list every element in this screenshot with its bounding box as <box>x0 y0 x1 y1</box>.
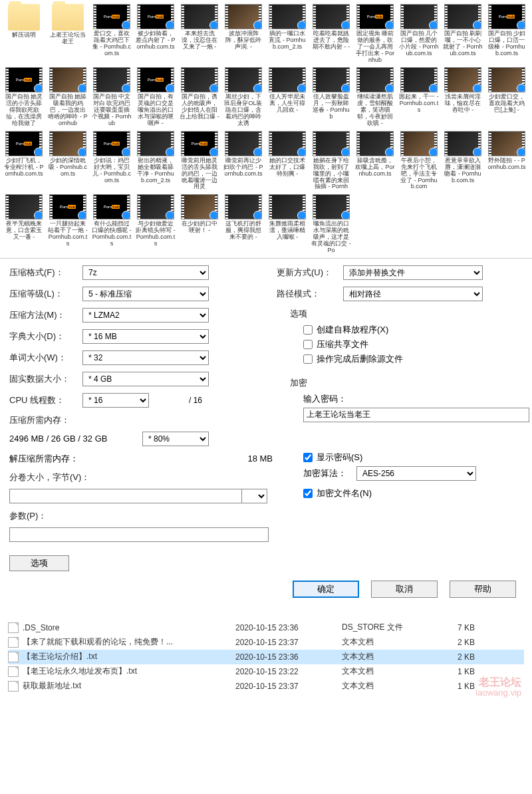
video-item[interactable]: 这飞机打的舒服，爽得我想来不要的 - <box>222 193 265 255</box>
dict-select[interactable]: * 16 MB <box>82 329 209 344</box>
video-item[interactable]: 在少妇的口中哽射！ - <box>178 193 221 255</box>
file-size: 1 KB <box>435 667 475 676</box>
showpwd-checkbox[interactable] <box>303 453 313 462</box>
split-drop[interactable] <box>242 489 267 503</box>
help-button[interactable]: 帮助 <box>450 581 516 598</box>
sfx-checkbox-row[interactable]: 创建自释放程序(X) <box>303 324 523 336</box>
play-badge-icon <box>429 21 438 29</box>
method-select[interactable]: * LZMA2 <box>82 308 209 323</box>
video-thumb: Pornhub <box>93 131 130 156</box>
param-input[interactable] <box>9 527 269 542</box>
video-item[interactable]: Pornhub少妇打飞机，专业榨汁机 - Pornhub.com.ts <box>3 130 45 192</box>
video-item[interactable]: Pornhub被少妇骑着，差点内射了 - Pornhub.com.ts <box>134 3 177 65</box>
video-item[interactable]: 午夜后小憩，先来打个飞机吧，手法主专业了 - Pornhub.com <box>398 130 440 192</box>
video-item[interactable]: 嘴角流出的口水与深黑的吮吸声，这才是有灵魂的口交 - Po <box>310 193 352 255</box>
folder-item[interactable]: 解压说明 <box>3 3 45 65</box>
video-item[interactable]: 继续读潇然肌虔，雪郁醒酸素，笑语嗔郁，今夜妙回吹嗔 - <box>354 66 396 128</box>
file-label: 少妇的深情吮吸 - Pornhub.com.ts <box>48 158 88 178</box>
video-item[interactable]: Pornhub国产自拍，有灵魂的口交是嘴角溢出的口水与深喉的哽咽声 - <box>134 66 177 128</box>
file-list-row[interactable]: .DS_Store2020-10-15 23:36DS_STORE 文件7 KB <box>8 620 524 635</box>
path-select[interactable]: 相对路径 <box>343 287 483 301</box>
video-item[interactable]: Pornhub睡觉前用她灵活的舌头舔我的鸡巴，一边吮着嘴涛一边用灵 <box>178 130 221 192</box>
cpu-select[interactable]: * 16 <box>82 393 149 408</box>
video-item[interactable]: 波放冲浪阵阵，酥穿低吟声润. - <box>222 3 265 65</box>
video-item[interactable]: 射出的精液，她全都吸着舔干净 - Pornhub.com_2.ts <box>134 130 177 192</box>
play-badge-icon <box>122 148 130 156</box>
share-checkbox-row[interactable]: 压缩共享文件 <box>303 338 523 350</box>
showpwd-checkbox-row[interactable]: 显示密码(S) <box>303 452 523 463</box>
video-item[interactable]: 朱唇掀雨柔相濡，垂涵唾精入嘴喉 - <box>266 193 309 255</box>
video-item[interactable]: 少妇爱口交，喜欢跪着大鸡巴[上集] - <box>485 66 528 128</box>
encnames-checkbox-row[interactable]: 加密文件名(N) <box>303 487 523 499</box>
video-item[interactable]: Pornhub固定视角 睡前做的服务，吹了一会儿再用手打出来 - Pornhub <box>354 3 396 65</box>
video-item[interactable]: 舔吸含吮撸，欢嘴上高，Pornhub.com.ts <box>354 130 396 192</box>
video-thumb: Pornhub <box>181 131 218 156</box>
cancel-button[interactable]: 取消 <box>371 581 438 598</box>
level-select[interactable]: 5 - 标准压缩 <box>82 287 209 301</box>
video-item[interactable]: 夜半无眠晚来意，口含索玉又一番 - <box>3 193 45 255</box>
file-list-row[interactable]: 【老王论坛永久地址发布页】.txt2020-10-15 23:22文本文档1 K… <box>8 664 524 679</box>
video-item[interactable]: 本来想去洗澡，没忍住在又来了一炮 - <box>178 3 221 65</box>
video-item[interactable]: Pornhub爱口交，喜欢跪着大鸡巴下集 - Pornhub.com.ts <box>90 3 133 65</box>
video-thumb <box>137 194 174 219</box>
update-select[interactable]: 添加并替换文件 <box>343 265 483 280</box>
play-badge-icon <box>209 84 218 92</box>
file-label: 插的一嘴口水直流 - Pornhub.com_2.ts <box>267 31 307 51</box>
word-select[interactable]: * 32 <box>82 350 209 365</box>
encnames-checkbox[interactable] <box>303 489 313 498</box>
solid-label: 固实数据大小： <box>9 373 82 385</box>
delete-checkbox[interactable] <box>303 354 313 364</box>
video-item[interactable]: Pornhub国产自拍 她灵活的小舌头舔得我欲死欲仙，在洗澡房给我做了 <box>3 66 45 128</box>
file-date: 2020-10-15 23:22 <box>235 667 342 676</box>
video-item[interactable]: 她的口交技术太好了，口爆特别爽 - <box>266 130 309 192</box>
video-item[interactable]: 吃着吃着就跳进去了，危险期不敢内射 - - <box>310 3 352 65</box>
video-item[interactable]: 困起来，干一 - Pornhub.com.ts <box>398 66 440 128</box>
enc-method-label: 加密算法： <box>303 467 356 479</box>
file-list-row[interactable]: 【老王论坛介绍】.txt2020-10-15 23:36文本文档2 KB <box>8 650 524 664</box>
video-item[interactable]: 佳人芳华尼未离，人生可得几回欢 - <box>266 66 309 128</box>
video-item[interactable]: Pornhub国产自拍 少妇口爆，口活一级棒 - Pornhub.com.ts <box>485 3 528 65</box>
video-item[interactable]: 佳人效颦脸盈月，一剪秋眸巡春 - Pornhub <box>310 66 352 128</box>
video-item[interactable]: 国产自拍 刷刷嘴，一不小心就射了 - Pornhub.com.ts <box>442 3 484 65</box>
play-badge-icon <box>34 211 43 219</box>
video-item[interactable]: 浅尝未屑何淫味，愉欢尽在吞吐中 - <box>442 66 484 128</box>
play-badge-icon <box>473 21 481 29</box>
mem-pct-select[interactable]: * 80% <box>142 432 209 446</box>
file-label: 本来想去洗澡，没忍住在又来了一炮 - <box>180 31 219 51</box>
format-select[interactable]: 7z <box>82 265 209 280</box>
play-badge-icon <box>253 84 262 92</box>
play-badge-icon <box>297 148 306 156</box>
file-label: 与少妇做爱近距离镜头特写 - Pornhub.com.ts <box>136 221 176 247</box>
share-checkbox[interactable] <box>303 340 313 349</box>
video-item[interactable]: 少妇的深情吮吸 - Pornhub.com.ts <box>47 130 89 192</box>
sfx-checkbox[interactable] <box>303 325 313 334</box>
video-item[interactable]: 睡觉前再让少妇吹个鸡巴 - Pornhub.com.ts <box>222 130 265 192</box>
file-label: 夜半无眠晚来意，口含索玉又一番 - <box>4 221 44 241</box>
video-item[interactable]: 国产自拍 她舔吸着我的鸡巴，一边发出啃啃的呻吟 - Pornhub <box>47 66 89 128</box>
video-item[interactable]: 国产自拍 几个口爆，然爱的小片段 - Pornhub.com.ts <box>398 3 440 65</box>
video-item[interactable]: 与少妇做爱近距离镜头特写 - Pornhub.com.ts <box>134 193 177 255</box>
video-item[interactable]: Pornhub有什么能挡过口爆的快感呢 - Pornhub.com.ts <box>90 193 133 255</box>
play-badge-icon <box>429 148 438 156</box>
split-input[interactable] <box>9 489 242 503</box>
video-item[interactable]: 黑丝少妇，下班后身穿OL装跪在口爆，含着鸡巴的呻吟太诱 <box>222 66 265 128</box>
video-item[interactable]: Pornhub少妇说：鸡巴好大哟，宝贝儿 - Pornhub.com.ts <box>90 130 133 192</box>
delete-checkbox-row[interactable]: 操作完成后删除源文件 <box>303 353 523 365</box>
enc-method-select[interactable]: AES-256 <box>356 466 476 481</box>
video-item[interactable]: 国产自拍，诱人的吮吸声，少妇情人在阳台上给我口爆 - <box>178 66 221 128</box>
video-item[interactable]: 她躺在身下给我吹，射到了嘴里的，小嘴啧有素的来回抽插 - Pornh <box>310 130 352 192</box>
video-item[interactable]: 国产自拍 中文对白 吹完鸡巴还要吸蛋蛋插个视频 - Pornhub <box>90 66 133 128</box>
video-item[interactable]: 惹意章章欲入唇，潇澜涟洄吻着 - Pornhub.com.ts <box>442 130 484 192</box>
ok-button[interactable]: 确定 <box>293 581 359 598</box>
file-label: 国产自拍，诱人的吮吸声，少妇情人在阳台上给我口爆 - <box>180 94 219 120</box>
video-item[interactable]: Pornhub一只腿抬起来站着干了一炮 - Pornhub.com.ts <box>47 193 89 255</box>
video-item[interactable]: 野外随拍 - - Pornhub.com.ts <box>485 130 528 192</box>
solid-select[interactable]: * 4 GB <box>82 372 209 386</box>
file-list-row[interactable]: 【来了就能下载和观看的论坛，纯免费！...2020-10-15 23:37文本文… <box>8 635 524 650</box>
folder-item[interactable]: 上老王论坛当老王 <box>47 3 89 65</box>
password-input[interactable] <box>303 408 529 422</box>
file-list-row[interactable]: 获取最新地址.txt2020-10-15 23:37文本文档1 KB <box>8 679 524 694</box>
video-thumb <box>181 194 218 219</box>
options-button[interactable]: 选项 <box>9 555 69 571</box>
video-item[interactable]: 插的一嘴口水直流 - Pornhub.com_2.ts <box>266 3 309 65</box>
